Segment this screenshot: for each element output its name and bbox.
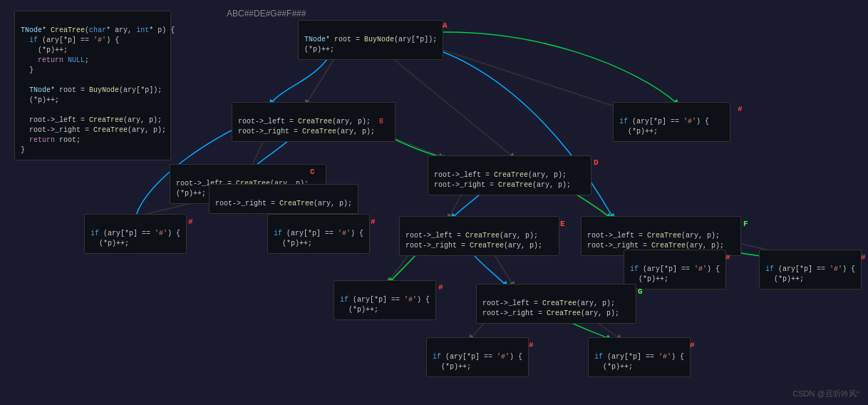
node-e: root->_left = CreaTree(ary, p); root->_r…: [399, 216, 559, 256]
code-panel-main: TNode* CreaTree(char* ary, int* p) { if …: [14, 11, 171, 160]
label-e: E: [560, 220, 565, 228]
node-hash-gl: if (ary[*p] == '#') { (*p)++;: [426, 337, 529, 377]
node-hash-el: if (ary[*p] == '#') { (*p)++;: [334, 280, 436, 320]
node-g: root->_left = CreaTree(ary, p); root->_r…: [476, 284, 636, 324]
node-hash-fr: if (ary[*p] == '#') { (*p)++;: [759, 250, 862, 289]
label-a: A: [443, 21, 448, 30]
label-d: D: [594, 158, 599, 167]
label-hash-el: #: [438, 283, 443, 292]
node-hash-gr: if (ary[*p] == '#') { (*p)++;: [588, 337, 691, 377]
label-f: F: [743, 220, 748, 228]
node-b: root->_left = CreaTree(ary, p); B root->…: [232, 102, 396, 142]
node-a: TNode* root = BuyNode(ary[*p]); (*p)++;: [298, 20, 443, 60]
label-hash-bl: #: [188, 217, 193, 226]
node-d: root->_left = CreaTree(ary, p); root->_r…: [428, 155, 591, 195]
label-hash-gl: #: [529, 341, 534, 349]
node-hash-bl: if (ary[*p] == '#') { (*p)++;: [84, 214, 187, 254]
node-hash-cr: if (ary[*p] == '#') { (*p)++;: [267, 214, 370, 254]
node-hash-fl: if (ary[*p] == '#') { (*p)++;: [624, 250, 726, 289]
label-c: C: [310, 168, 315, 176]
page-title: ABC##DE#G##F###: [227, 9, 306, 19]
label-hash-fr: #: [861, 253, 866, 262]
label-g: G: [638, 287, 643, 296]
label-hash-fl: #: [725, 253, 730, 262]
node-hash-a: if (ary[*p] == '#') { (*p)++;: [613, 102, 730, 142]
svg-line-1: [378, 46, 513, 157]
label-hash-a: #: [738, 105, 743, 113]
node-c2: root->_right = CreaTree(ary, p);: [209, 184, 358, 214]
label-hash-gr: #: [690, 341, 695, 349]
watermark: CSDN @且听吟风°: [792, 389, 859, 399]
label-hash-cr: #: [371, 217, 376, 226]
